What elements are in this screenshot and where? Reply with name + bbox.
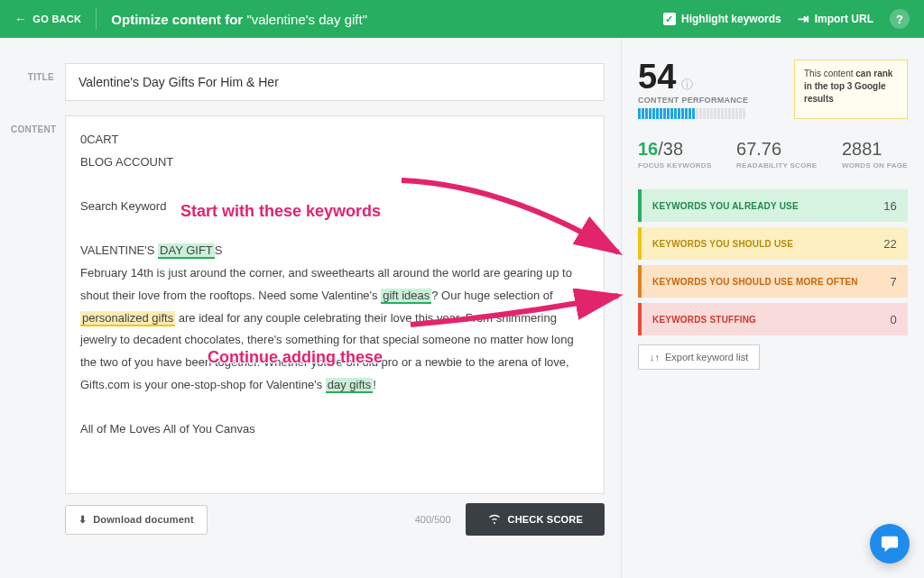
word-count: 400/500 [415,514,451,525]
arrow-left-icon: ← [14,12,27,26]
metric-readability: 67.76 READABILITY SCORE [736,139,817,170]
sort-icon: ↓↑ [650,352,660,362]
highlight-keywords-toggle[interactable]: ✓ Highlight keywords [663,13,781,25]
wifi-icon [487,513,502,526]
chat-icon [880,535,900,553]
go-back-label: GO BACK [32,14,81,24]
content-label: CONTENT [11,115,54,494]
import-icon: ⇥ [798,11,809,27]
keyword-highlight-yellow: personalized gifts [80,311,175,326]
keyword-highlight-green: gift ideas [381,289,431,304]
keyword-highlight-green: DAY GIFT [158,243,215,259]
help-button[interactable]: ? [890,9,910,29]
editor-column: TITLE CONTENT 0CART BLOG ACCOUNT Search … [0,38,621,578]
score-progress [638,108,748,119]
metric-focus-keywords: 16/38 FOCUS KEYWORDS [638,139,712,170]
chat-widget-button[interactable] [870,524,910,564]
content-score: 54 ⓘ [638,60,748,94]
download-icon: ⬇ [79,514,87,526]
metric-words: 2881 WORDS ON PAGE [842,139,908,170]
page-title: Optimize content for "valentine's day gi… [111,12,367,27]
keywords-already-use-row[interactable]: KEYWORDS YOU ALREADY USE 16 [638,189,908,222]
sidebar: 54 ⓘ CONTENT PERFORMANCE This content ca… [621,38,924,578]
title-label: TITLE [11,63,54,101]
import-url-button[interactable]: ⇥ Import URL [798,11,873,27]
download-document-button[interactable]: ⬇ Download document [65,505,208,535]
info-icon[interactable]: ⓘ [681,78,693,90]
go-back-button[interactable]: ← GO BACK [14,12,81,26]
title-input[interactable] [65,63,605,101]
keywords-should-use-row[interactable]: KEYWORDS YOU SHOULD USE 22 [638,227,908,260]
keywords-use-more-often-row[interactable]: KEYWORDS YOU SHOULD USE MORE OFTEN 7 [638,265,908,298]
keyword-highlight-green: day gifts [326,378,373,393]
keywords-stuffing-row[interactable]: KEYWORDS STUFFING 0 [638,303,908,335]
header-divider [96,8,97,30]
export-keyword-list-button[interactable]: ↓↑ Export keyword list [638,344,760,370]
checkbox-checked-icon: ✓ [663,13,676,25]
check-score-button[interactable]: CHECK SCORE [466,503,605,536]
header: ← GO BACK Optimize content for "valentin… [0,0,924,38]
rank-hint-box: This content can rank in the top 3 Googl… [794,60,908,119]
content-textarea[interactable]: 0CART BLOG ACCOUNT Search Keyword VALENT… [65,115,605,494]
